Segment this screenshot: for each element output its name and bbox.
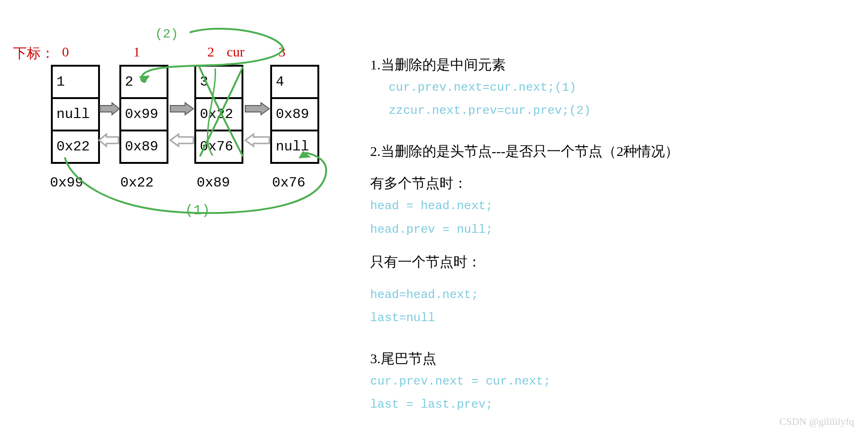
index-1: 1 — [133, 44, 140, 60]
addr-3: 0x76 — [272, 175, 305, 191]
node-2: 3 0x22 0x76 — [194, 65, 243, 164]
addr-0: 0x99 — [50, 175, 83, 191]
node-1-prev: 0x99 — [121, 99, 167, 131]
section1-code-1: cur.prev.next=cur.next;(1) — [370, 77, 856, 98]
node-1: 2 0x99 0x89 — [119, 65, 168, 164]
index-2: 2 — [207, 44, 214, 60]
arrow-prev-3-2 — [245, 134, 269, 149]
addr-2: 0x89 — [197, 175, 230, 191]
annotation-2: (2) — [155, 27, 178, 41]
arrow-next-0-1 — [100, 103, 119, 118]
watermark: CSDN @gilililyfq — [780, 416, 854, 428]
index-0: 0 — [62, 44, 69, 60]
cur-label: cur — [227, 44, 244, 60]
node-3-next: null — [272, 131, 317, 162]
index-label: 下标： — [13, 44, 55, 63]
node-3: 4 0x89 null — [270, 65, 319, 164]
svg-marker-0 — [100, 103, 119, 115]
linked-list-diagram: 下标： 0 1 2 3 cur (2) (1) 1 null 0x22 2 0x… — [0, 19, 361, 227]
section3-code-2: last = last.prev; — [370, 394, 856, 415]
node-0-val: 1 — [53, 67, 98, 99]
index-3: 3 — [279, 44, 285, 60]
node-2-val: 3 — [196, 67, 242, 99]
svg-marker-2 — [245, 103, 269, 115]
svg-marker-5 — [245, 134, 269, 146]
arrow-prev-1-0 — [99, 134, 118, 149]
section1-title: 1.当删除的是中间元素 — [370, 56, 856, 75]
node-3-val: 4 — [272, 67, 317, 99]
addr-1: 0x22 — [120, 175, 154, 191]
arrow-next-2-3 — [245, 103, 269, 118]
section3-code-1: cur.prev.next = cur.next; — [370, 371, 856, 392]
explanation-panel: 1.当删除的是中间元素 cur.prev.next=cur.next;(1) z… — [370, 56, 856, 418]
svg-marker-4 — [170, 134, 193, 146]
section2-sub2: 只有一个节点时： — [370, 253, 856, 272]
section2-code2-2: last=null — [370, 308, 856, 328]
node-2-next: 0x76 — [196, 131, 242, 162]
node-2-prev: 0x22 — [196, 99, 242, 131]
section2-code1-1: head = head.next; — [370, 196, 856, 216]
node-0-next: 0x22 — [53, 131, 98, 162]
node-3-prev: 0x89 — [272, 99, 317, 131]
section3-title: 3.尾巴节点 — [370, 349, 856, 368]
svg-marker-1 — [170, 103, 193, 115]
arrow-prev-2-1 — [170, 134, 193, 149]
arrow-next-1-2 — [170, 103, 193, 118]
node-1-val: 2 — [121, 67, 167, 99]
node-1-next: 0x89 — [121, 131, 167, 162]
node-0: 1 null 0x22 — [51, 65, 100, 164]
svg-marker-3 — [99, 134, 118, 146]
section1-code-2: zzcur.next.prev=cur.prev;(2) — [370, 100, 856, 121]
annotation-1: (1) — [185, 203, 210, 218]
node-0-prev: null — [53, 99, 98, 131]
section2-code1-2: head.prev = null; — [370, 219, 856, 240]
section2-title: 2.当删除的是头节点---是否只一个节点（2种情况） — [370, 142, 856, 161]
section2-code2-1: head=head.next; — [370, 285, 856, 305]
section2-sub1: 有多个节点时： — [370, 174, 856, 193]
